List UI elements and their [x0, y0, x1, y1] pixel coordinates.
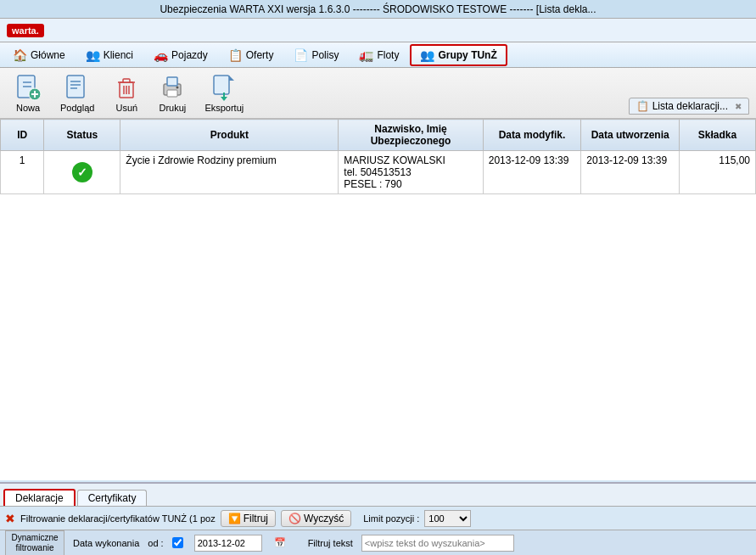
title-text: Ubezpieczenia WARTA XXI wersja 1.6.3.0 -… [160, 3, 596, 15]
od-label: od : [148, 538, 163, 548]
deklaracje-tab[interactable]: Deklaracje [3, 489, 76, 506]
drukuj-label: Drukuj [159, 103, 186, 113]
nav-item-klienci[interactable]: 👥 Klienci [76, 45, 143, 65]
nav-label-oferty: Oferty [246, 49, 274, 61]
logo-bar: warta. [0, 19, 756, 42]
col-ubezpieczony: Nazwisko, Imię Ubezpieczonego [339, 120, 483, 151]
usun-icon [113, 74, 140, 101]
lista-deklaracji-tab[interactable]: 📋 Lista deklaracji... ✖ [629, 98, 749, 115]
nav-label-glowne: Główne [31, 49, 65, 61]
nav-item-floty[interactable]: 🚛 Floty [350, 45, 408, 65]
certyfikaty-label: Certyfikaty [88, 492, 137, 504]
svg-rect-18 [167, 90, 177, 97]
podglad-icon [64, 74, 91, 101]
fleet-icon: 🚛 [359, 48, 373, 62]
cell-id: 1 [1, 151, 44, 194]
svg-point-19 [176, 86, 179, 88]
col-data-utworzenia: Data utworzenia [581, 120, 680, 151]
status-ok-icon: ✓ [72, 162, 92, 182]
nowa-label: Nowa [16, 103, 40, 113]
podglad-button[interactable]: Podgląd [53, 70, 102, 117]
od-checkbox[interactable] [172, 537, 183, 548]
filtruj-tekst-input[interactable] [361, 535, 514, 552]
limit-label: Limit pozycji : [363, 513, 419, 524]
tab-label: Lista deklaracji... [652, 100, 728, 112]
car-icon: 🚗 [154, 48, 168, 62]
policy-icon: 📄 [294, 48, 308, 62]
col-id: ID [1, 120, 44, 151]
nav-item-polisy[interactable]: 📄 Polisy [284, 45, 348, 65]
nav-label-polisy: Polisy [311, 49, 339, 61]
declarations-table: ID Status Produkt Nazwisko, Imię Ubezpie… [0, 119, 756, 194]
wyczysc-icon: 🚫 [288, 513, 301, 524]
drukuj-button[interactable]: Drukuj [151, 70, 193, 117]
bottom-tabs: Deklaracje Certyfikaty [0, 484, 756, 506]
nowa-button[interactable]: Nowa [7, 70, 49, 117]
drukuj-icon [159, 74, 186, 101]
dyn-filter-label: Dynamicznefiltrowanie [5, 530, 64, 556]
eksportuj-label: Eksportuj [204, 103, 244, 113]
col-status: Status [44, 120, 120, 151]
cell-status: ✓ [44, 151, 120, 194]
nav-item-glowne[interactable]: 🏠 Główne [3, 45, 75, 65]
data-wykonania-label: Data wykonania [73, 538, 139, 548]
svg-marker-23 [221, 97, 227, 101]
podglad-label: Podgląd [60, 103, 94, 113]
svg-marker-21 [229, 76, 234, 81]
tab-icon: 📋 [636, 100, 649, 112]
people-icon: 👥 [86, 48, 100, 62]
svg-rect-20 [214, 76, 229, 94]
filtruj-icon: 🔽 [228, 513, 241, 524]
cell-ubezpieczony: MARIUSZ KOWALSKI tel. 504513513 PESEL : … [339, 151, 483, 194]
wyczysc-button[interactable]: 🚫 Wyczyść [281, 510, 351, 527]
deklaracje-label: Deklaracje [15, 492, 64, 504]
table-row[interactable]: 1✓Życie i Zdrowie Rodziny premiumMARIUSZ… [1, 151, 756, 194]
svg-rect-12 [123, 79, 130, 82]
title-bar: Ubezpieczenia WARTA XXI wersja 1.6.3.0 -… [0, 0, 756, 19]
cell-skladka: 115,00 [679, 151, 755, 194]
toolbar: Nowa Podgląd Usuń [0, 68, 756, 119]
col-skladka: Składka [679, 120, 755, 151]
nav-bar: 🏠 Główne 👥 Klienci 🚗 Pojazdy 📋 Oferty 📄 … [0, 42, 756, 68]
svg-rect-6 [67, 76, 84, 98]
filter-label: Filtrowanie deklaracji/certyfikatów TUNŻ… [20, 513, 216, 524]
usun-button[interactable]: Usuń [105, 70, 148, 117]
filtruj-label: Filtruj [244, 513, 268, 524]
wyczysc-label: Wyczyść [304, 513, 344, 524]
calendar-icon[interactable]: 📅 [274, 537, 286, 548]
logo: warta. [7, 24, 44, 37]
eksportuj-button[interactable]: Eksportuj [197, 70, 251, 117]
dynamic-filter-row: Dynamicznefiltrowanie Data wykonania od … [0, 530, 756, 555]
offer-icon: 📋 [228, 48, 243, 62]
nowa-icon [14, 74, 42, 101]
cell-produkt: Życie i Zdrowie Rodziny premium [120, 151, 339, 194]
cell-data-modyfik: 2013-12-09 13:39 [483, 151, 581, 194]
cell-data-utworzenia: 2013-12-09 13:39 [581, 151, 680, 194]
eksportuj-icon [210, 74, 238, 101]
filter-x-icon: ✖ [5, 512, 15, 525]
nav-item-oferty[interactable]: 📋 Oferty [219, 45, 283, 65]
filter-bar: ✖ Filtrowanie deklaracji/certyfikatów TU… [0, 506, 756, 530]
nav-item-pojazdy[interactable]: 🚗 Pojazdy [144, 45, 217, 65]
limit-select[interactable]: 100 50 200 [424, 510, 471, 527]
nav-label-grupy-tunz: Grupy TUnŻ [438, 49, 496, 61]
nav-label-klienci: Klienci [104, 49, 133, 61]
svg-rect-17 [167, 77, 177, 86]
main-content: ID Status Produkt Nazwisko, Imię Ubezpie… [0, 119, 756, 480]
bottom-panel: Deklaracje Certyfikaty ✖ Filtrowanie dek… [0, 482, 756, 555]
col-data-modyfik: Data modyfik. [483, 120, 581, 151]
home-icon: 🏠 [13, 48, 27, 62]
nav-item-grupy-tunz[interactable]: 👥 Grupy TUnŻ [410, 44, 507, 66]
usun-label: Usuń [116, 103, 138, 113]
filtruj-tekst-label: Filtruj tekst [308, 538, 353, 548]
group-icon: 👥 [420, 48, 434, 62]
certyfikaty-tab[interactable]: Certyfikaty [77, 490, 148, 506]
od-date-input[interactable] [194, 535, 262, 552]
nav-label-pojazdy: Pojazdy [171, 49, 208, 61]
col-produkt: Produkt [120, 120, 339, 151]
tab-close-icon[interactable]: ✖ [735, 102, 742, 111]
nav-label-floty: Floty [377, 49, 399, 61]
filtruj-button[interactable]: 🔽 Filtruj [221, 510, 276, 527]
